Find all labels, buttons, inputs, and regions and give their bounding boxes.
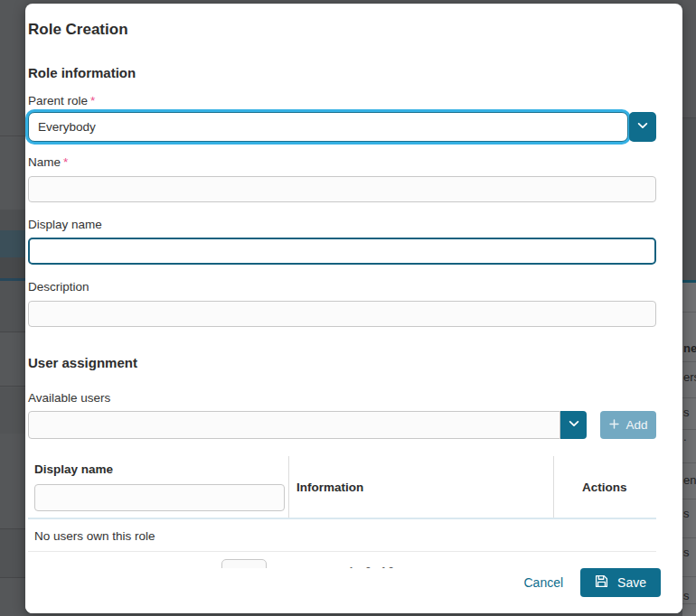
backdrop-right-strip: ne ers s . en s s s — [682, 0, 696, 616]
display-name-filter-input[interactable] — [34, 484, 285, 511]
backdrop-text-fragment: en — [683, 473, 696, 487]
backdrop-band — [0, 281, 25, 332]
description-field[interactable] — [28, 301, 656, 327]
backdrop-band — [0, 210, 25, 230]
backdrop-band — [0, 387, 25, 434]
backdrop-divider — [682, 537, 696, 538]
backdrop-band — [0, 230, 25, 257]
parent-role-select-group: Everybody — [28, 112, 656, 142]
table-header-row: Display name Information Actions — [28, 456, 656, 519]
save-floppy-icon — [595, 574, 608, 591]
backdrop-text-fragment: . — [683, 430, 687, 443]
save-button-label: Save — [617, 575, 646, 590]
add-button-label: Add — [625, 418, 647, 432]
backdrop-divider — [682, 603, 696, 604]
column-header-label: Display name — [34, 462, 278, 476]
backdrop-text-fragment: ers — [683, 370, 696, 384]
column-header-label: Information — [296, 481, 363, 494]
save-button[interactable]: Save — [580, 568, 661, 597]
add-user-button[interactable]: Add — [600, 411, 656, 439]
backdrop-divider — [682, 499, 696, 499]
backdrop-divider — [682, 312, 696, 313]
available-users-label: Available users — [28, 390, 656, 406]
name-field[interactable] — [28, 176, 656, 202]
available-users-select-group — [28, 411, 587, 439]
parent-role-select[interactable]: Everybody — [28, 112, 628, 142]
available-users-dropdown-button[interactable] — [560, 411, 587, 439]
dialog-body: Role Creation Role information Parent ro… — [25, 4, 682, 569]
backdrop-divider — [682, 361, 696, 362]
column-header-display-name: Display name — [28, 456, 289, 518]
backdrop-text-fragment: s — [683, 546, 690, 559]
dialog-title: Role Creation — [28, 20, 656, 40]
backdrop-band — [682, 117, 696, 280]
column-header-information: Information — [289, 456, 554, 518]
required-asterisk: * — [63, 155, 68, 169]
backdrop-text-fragment: ne — [683, 341, 696, 355]
backdrop-text-fragment: s — [683, 406, 690, 419]
dialog-footer: Cancel Save — [25, 568, 682, 613]
table-empty-message: No users own this role — [28, 519, 656, 552]
display-name-label: Display name — [28, 217, 656, 232]
chevron-down-icon — [636, 119, 649, 135]
backdrop-divider — [0, 135, 25, 136]
parent-role-label-text: Parent role — [28, 94, 88, 107]
column-header-label: Actions — [582, 481, 627, 494]
available-users-row: Add — [28, 411, 656, 439]
name-label: Name* — [28, 154, 656, 170]
assigned-users-table: Display name Information Actions No user… — [28, 456, 656, 569]
backdrop-text-fragment: s — [683, 589, 690, 602]
section-heading-user-assignment: User assignment — [28, 354, 656, 371]
plus-icon — [608, 418, 620, 433]
parent-role-label: Parent role* — [28, 93, 656, 108]
required-asterisk: * — [90, 94, 95, 107]
section-heading-role-information: Role information — [28, 64, 656, 81]
backdrop-band: ne ers s . en s s s — [682, 283, 696, 616]
backdrop-divider — [682, 462, 696, 463]
display-name-field[interactable] — [28, 238, 656, 265]
available-users-select[interactable] — [28, 411, 560, 439]
cancel-button[interactable]: Cancel — [523, 575, 563, 590]
role-creation-dialog: Role Creation Role information Parent ro… — [25, 4, 682, 613]
backdrop-band — [0, 333, 25, 387]
backdrop-band — [0, 528, 25, 578]
chevron-down-icon — [568, 417, 580, 433]
parent-role-dropdown-button[interactable] — [629, 112, 656, 142]
backdrop-band — [0, 257, 25, 278]
backdrop-text-fragment: s — [683, 507, 690, 520]
description-label: Description — [28, 279, 656, 294]
column-header-actions: Actions — [554, 456, 656, 518]
backdrop-divider — [682, 576, 696, 577]
backdrop-left-strip — [0, 0, 25, 616]
name-label-text: Name — [28, 155, 61, 169]
backdrop-divider — [682, 397, 696, 398]
